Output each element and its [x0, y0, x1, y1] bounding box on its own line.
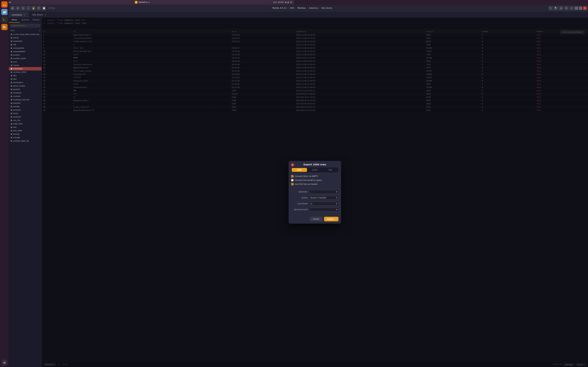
sidebar-item-avatars_types[interactable]: avatars_types: [9, 57, 42, 60]
item-label: autouptable: [13, 47, 24, 49]
table-icon: [11, 47, 12, 49]
sidebar-item-playlists[interactable]: playlists: [9, 101, 42, 105]
schema-btn[interactable]: ◎: [21, 6, 25, 10]
sidebar-item-contract_2018[interactable]: contract_2018: [9, 70, 42, 74]
note-btn[interactable]: 📋: [42, 6, 46, 10]
table-icon: [11, 130, 12, 132]
item-label: game_modes: [13, 85, 25, 87]
checkbox-linebreak[interactable]: [291, 179, 294, 181]
table-icon: [11, 44, 12, 46]
item-label: avatars_types: [13, 57, 26, 59]
app-menu-arrow: ▾: [149, 1, 150, 3]
filter-btn[interactable]: ☰: [36, 6, 41, 10]
sidebar-item-db2[interactable]: db2: [9, 77, 42, 81]
tab-sql-close[interactable]: ✕: [44, 14, 46, 16]
table-icon: [11, 68, 12, 70]
sidebar-item-game_modes[interactable]: game_modes: [9, 84, 42, 88]
sidebar-item-developers[interactable]: developers: [9, 81, 42, 84]
table-icon: [11, 33, 12, 35]
sidebar-item-table_blob[interactable]: table_blob: [9, 122, 42, 125]
sidebar-item-sample[interactable]: sample: [9, 105, 42, 108]
sidebar-item-untitled_table[interactable]: untitled_table_36: [9, 139, 42, 143]
table-icon: [11, 126, 12, 128]
item-label: contract_2018: [13, 71, 26, 73]
sidebar-table-expand: ▾: [39, 30, 40, 32]
sidebar-item-autouptable2[interactable]: autouptable2: [9, 50, 42, 53]
sidebar-item-article[interactable]: article: [9, 36, 42, 40]
sidebar-items-list: a_very_long_table_name_too... article as…: [9, 33, 42, 184]
table-icon: [11, 92, 12, 94]
table-icon: [11, 75, 12, 76]
sidebar-item-autouptable[interactable]: autouptable: [9, 46, 42, 50]
sidebar-item-comments[interactable]: comments: [9, 67, 42, 70]
option-null-to-empty: Convert NULL to EMPTY: [291, 174, 294, 178]
item-label: db1: [13, 75, 17, 77]
taskbar-tableplus[interactable]: 🐘: [1, 24, 8, 30]
table-icon: [11, 37, 12, 39]
power-btn[interactable]: ⏻: [10, 6, 15, 10]
table-icon: [11, 109, 12, 111]
tab-sql-query[interactable]: SQL Query ✕: [30, 12, 49, 17]
table-icon: [11, 113, 12, 114]
sidebar-item-sample1[interactable]: sample1: [9, 108, 42, 112]
sidebar-table-header[interactable]: Table ▾: [9, 28, 42, 33]
os-topbar: Activities T TablePlus ▾ 8 4 23:55 ⊞ 🔊 ⚙: [0, 0, 294, 5]
table-icon: [11, 120, 12, 121]
table-icon: [11, 102, 12, 104]
refresh-schema-btn[interactable]: ⊕: [15, 6, 20, 10]
sidebar-item-triangle[interactable]: triangle: [9, 136, 42, 139]
sidebar-item-mealplan[interactable]: mealplan: [9, 91, 42, 94]
taskbar-files[interactable]: 📁: [1, 9, 8, 15]
sidebar-item-students[interactable]: students: [9, 115, 42, 119]
table-icon: [11, 106, 12, 108]
sidebar-item-sys_city[interactable]: sys_city: [9, 119, 42, 122]
item-label: sample1: [13, 109, 21, 111]
item-label: comments: [13, 68, 23, 70]
sidebar-item-test_table[interactable]: test_table: [9, 129, 42, 132]
sidebar-item-mutuals[interactable]: mutuals: [9, 94, 42, 98]
sidebar-tabs: Items Queries History: [9, 17, 42, 23]
table-icon: [11, 96, 12, 97]
sidebar-item-clients[interactable]: clients: [9, 64, 42, 67]
table-icon: [11, 61, 12, 63]
sidebar-tab-queries[interactable]: Queries: [20, 17, 31, 23]
checkbox-null-to-empty[interactable]: [291, 175, 294, 177]
sidebar-search-input[interactable]: [10, 24, 40, 27]
sidebar-item-avatars[interactable]: avatars: [9, 53, 42, 57]
tab-comments[interactable]: comments ✕: [9, 12, 28, 17]
tab-comments-label: comments: [12, 14, 22, 16]
tab-comments-close[interactable]: ✕: [23, 14, 26, 16]
modal-overlay: ✕ Export 1000 rows CSV JSON SQL Convert …: [42, 17, 294, 184]
sidebar-item-test[interactable]: test: [9, 125, 42, 129]
table-icon: [11, 133, 12, 135]
os-battery: 8 4: [274, 1, 277, 3]
main-content: 1 select * from comments limit 10 ; 2: [42, 17, 294, 184]
sidebar-item-asdasasfa[interactable]: asdasasfa: [9, 40, 42, 43]
item-label: a_very_long_table_name_too...: [13, 33, 41, 35]
format-tab-csv[interactable]: CSV: [292, 168, 294, 172]
sidebar-item-geotest[interactable]: geotest: [9, 88, 42, 91]
sidebar-item-mydbops_lab_test[interactable]: mydbops_lab_test: [9, 98, 42, 101]
checkbox-header[interactable]: [291, 183, 294, 184]
taskbar-firefox[interactable]: 🦊: [1, 1, 8, 8]
main-window: ⏻ ⊕ ◎ ✓ 🔒 ☰ 📋 125 B/s MySQL 8.0.12 ： SSH…: [9, 5, 294, 184]
table-icon: [11, 41, 12, 42]
os-time: 23:55: [278, 1, 284, 3]
sidebar-item-cars[interactable]: cars: [9, 60, 42, 64]
item-label: cars: [13, 61, 17, 63]
app-name: TablePlus: [138, 1, 147, 3]
check-btn[interactable]: ✓: [26, 6, 31, 10]
sidebar-item-aTa[interactable]: aTa: [9, 43, 42, 46]
sidebar-item-testing[interactable]: testing: [9, 132, 42, 136]
item-label: developers: [13, 81, 23, 83]
sidebar-item-a_very_long[interactable]: a_very_long_table_name_too...: [9, 33, 42, 36]
taskbar: 🦊 📁 $_ 🐘 ⊞: [0, 0, 9, 184]
sidebar-tab-items[interactable]: Items: [9, 17, 20, 23]
item-label: mutuals: [13, 95, 20, 97]
modal-close-btn[interactable]: ✕: [291, 163, 294, 167]
taskbar-terminal[interactable]: $_: [1, 17, 8, 23]
sidebar-item-db1[interactable]: db1: [9, 74, 42, 77]
lock-btn[interactable]: 🔒: [31, 6, 36, 10]
sidebar-tab-history[interactable]: History: [31, 17, 42, 23]
sidebar-item-shirts[interactable]: shirts: [9, 112, 42, 115]
